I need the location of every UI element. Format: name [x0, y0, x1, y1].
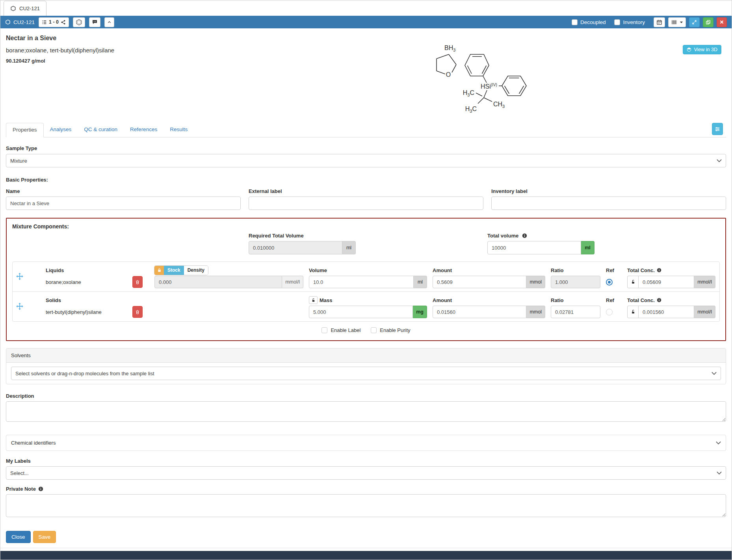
mixture-components-section: Mixture Components: Required Total Volum…	[6, 218, 726, 341]
mixture-components-heading: Mixture Components:	[12, 223, 720, 230]
view-in-3d-button[interactable]: View in 3D	[683, 45, 721, 54]
analyses-counter-button[interactable]: 1 - 0	[39, 17, 69, 27]
volume-header: Volume	[309, 266, 427, 274]
components-table: Liquids borane;oxolane	[12, 261, 720, 322]
comment-button[interactable]	[89, 17, 100, 27]
close-detail-button[interactable]	[717, 17, 727, 27]
name-label: Name	[6, 188, 241, 194]
tab-settings-button[interactable]	[712, 123, 723, 135]
chevron-down-icon	[712, 372, 717, 375]
svg-text:BH3: BH3	[444, 45, 455, 52]
copy-icon	[706, 20, 711, 25]
barcode-button[interactable]	[668, 17, 686, 27]
delete-component-button[interactable]	[132, 276, 143, 288]
amount-cell: Amount mmol	[433, 266, 545, 288]
chemical-identifiers-panel[interactable]: Chemical identifiers	[6, 435, 726, 451]
close-button[interactable]: Close	[6, 531, 31, 543]
expand-icon	[692, 20, 697, 25]
benzene-icon	[76, 19, 82, 26]
decoupled-checkbox[interactable]: Decoupled	[572, 19, 606, 25]
volume-input[interactable]	[309, 276, 414, 288]
collapse-button[interactable]	[104, 17, 114, 27]
tab-qc-curation[interactable]: QC & curation	[78, 123, 124, 137]
sample-molar-mass: 90.120427 g/mol	[6, 58, 726, 64]
required-total-volume-input	[249, 241, 342, 254]
checkbox-icon	[572, 19, 578, 25]
total-conc-header: Total Conc.	[627, 297, 655, 303]
amount-unit[interactable]: mmol	[526, 276, 545, 288]
ratio-cell: Ratio	[551, 296, 600, 318]
mass-unit-button[interactable]: mg	[413, 306, 427, 318]
amount-header: Amount	[433, 296, 545, 304]
enable-label-checkbox[interactable]: Enable Label	[321, 327, 360, 333]
unlock-icon[interactable]	[309, 296, 318, 304]
total-volume-unit-button[interactable]: ml	[581, 241, 595, 254]
required-total-volume-group: Required Total Volume ml	[249, 233, 356, 254]
stock-density-toggle: Stock Density	[154, 266, 208, 275]
unlock-icon[interactable]	[627, 306, 638, 318]
name-input[interactable]	[6, 197, 241, 210]
tab-strip: CU2-121	[0, 0, 732, 16]
stock-toggle[interactable]: Stock	[164, 266, 184, 275]
description-textarea[interactable]	[6, 401, 726, 422]
total-volume-row: Required Total Volume ml Total volume	[12, 233, 720, 254]
tab-analyses[interactable]: Analyses	[44, 123, 78, 137]
molecule-button[interactable]	[73, 17, 85, 27]
drag-handle[interactable]	[13, 265, 40, 288]
volume-unit[interactable]: ml	[414, 276, 427, 288]
svg-text:H3C: H3C	[463, 89, 474, 97]
reference-radio[interactable]	[606, 309, 613, 315]
solid-component-row: Solids tert-butyl(diphenyl)silane	[13, 291, 719, 321]
trash-icon	[135, 280, 140, 285]
ratio-input[interactable]	[551, 306, 600, 318]
info-icon	[522, 233, 527, 238]
total-conc-input[interactable]	[638, 276, 694, 288]
required-total-volume-unit: ml	[342, 241, 356, 254]
external-label-input[interactable]	[249, 197, 483, 210]
calendar-icon	[656, 19, 662, 25]
sample-tab[interactable]: CU2-121	[4, 1, 46, 16]
drag-handle[interactable]	[13, 295, 40, 318]
my-labels-select[interactable]: Select...	[6, 466, 726, 480]
ratio-header: Ratio	[551, 266, 600, 274]
tab-references[interactable]: References	[124, 123, 163, 137]
reference-radio[interactable]	[606, 279, 613, 286]
tab-results[interactable]: Results	[163, 123, 194, 137]
clone-button[interactable]	[703, 17, 713, 27]
solvents-select[interactable]: Select solvents or drag-n-drop molecules…	[11, 367, 721, 380]
save-button[interactable]: Save	[33, 531, 56, 543]
total-volume-label: Total volume	[487, 233, 518, 239]
dates-button[interactable]	[654, 17, 665, 27]
total-volume-input[interactable]	[487, 241, 581, 254]
description-label: Description	[6, 393, 726, 399]
ref-cell: Ref	[606, 266, 622, 288]
total-conc-input[interactable]	[638, 306, 694, 318]
mass-input[interactable]	[309, 306, 413, 318]
total-conc-unit[interactable]: mmol/l	[694, 276, 715, 288]
external-label-label: External label	[249, 188, 483, 194]
chemical-identifiers-label: Chemical identifiers	[11, 440, 56, 446]
amount-unit[interactable]: mmol	[526, 306, 545, 318]
private-note-textarea[interactable]	[6, 494, 726, 517]
delete-component-button[interactable]	[132, 306, 143, 318]
enable-purity-checkbox[interactable]: Enable Purity	[371, 327, 410, 333]
sample-detail-body: Nectar in a Sieve borane;oxolane, tert-b…	[0, 35, 732, 543]
tab-properties[interactable]: Properties	[6, 123, 44, 137]
fullscreen-button[interactable]	[689, 17, 700, 27]
inventory-label-input[interactable]	[491, 197, 726, 210]
name-field-group: Name	[6, 188, 241, 210]
lock-icon[interactable]	[154, 266, 164, 275]
inventory-checkbox[interactable]: Inventory	[614, 19, 645, 25]
amount-input[interactable]	[433, 306, 526, 318]
amount-input[interactable]	[433, 276, 526, 288]
sample-type-select[interactable]: Mixture	[6, 154, 726, 167]
total-conc-unit[interactable]: mmol/l	[694, 306, 715, 318]
detail-tabs: Properties Analyses QC & curation Refere…	[6, 123, 726, 137]
solvents-heading: Solvents	[6, 349, 726, 363]
liquid-name-cell: Liquids borane;oxolane	[46, 266, 149, 288]
density-toggle[interactable]: Density	[184, 266, 208, 275]
unlock-icon[interactable]	[627, 276, 638, 288]
info-icon	[657, 268, 661, 273]
chevron-up-icon	[107, 20, 111, 24]
ref-header: Ref	[606, 296, 622, 304]
